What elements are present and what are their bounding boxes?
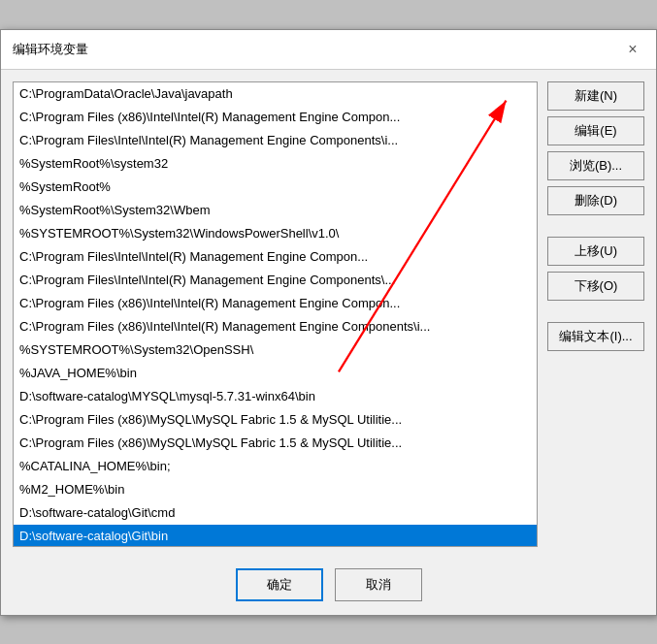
cancel-button[interactable]: 取消 <box>335 568 422 601</box>
list-item[interactable]: %SystemRoot%\System32\Wbem <box>14 199 537 222</box>
browse-button[interactable]: 浏览(B)... <box>547 151 644 180</box>
list-item[interactable]: D:\software-catalog\MYSQL\mysql-5.7.31-w… <box>14 385 537 408</box>
list-item[interactable]: C:\Program Files (x86)\Intel\Intel(R) Ma… <box>14 292 537 315</box>
title-bar: 编辑环境变量 × <box>1 30 656 70</box>
list-item[interactable]: C:\Program Files (x86)\Intel\Intel(R) Ma… <box>14 315 537 338</box>
list-item[interactable]: D:\software-catalog\Git\bin <box>14 525 537 547</box>
env-var-list[interactable]: C:\ProgramData\Oracle\Java\javapathC:\Pr… <box>13 81 538 547</box>
list-item[interactable]: C:\Program Files\Intel\Intel(R) Manageme… <box>14 129 537 152</box>
list-item[interactable]: C:\Program Files\Intel\Intel(R) Manageme… <box>14 269 537 292</box>
dialog-footer: 确定 取消 <box>1 559 656 615</box>
list-item[interactable]: %JAVA_HOME%\bin <box>14 362 537 385</box>
close-button[interactable]: × <box>621 38 644 61</box>
list-item[interactable]: C:\Program Files (x86)\Intel\Intel(R) Ma… <box>14 106 537 129</box>
list-item[interactable]: %SystemRoot%\system32 <box>14 152 537 176</box>
list-item[interactable]: %SYSTEMROOT%\System32\WindowsPowerShell\… <box>14 222 537 245</box>
edit-button[interactable]: 编辑(E) <box>547 116 644 145</box>
list-item[interactable]: %M2_HOME%\bin <box>14 478 537 501</box>
dialog-title: 编辑环境变量 <box>13 41 88 58</box>
delete-button[interactable]: 删除(D) <box>547 186 644 215</box>
move-up-button[interactable]: 上移(U) <box>547 237 644 266</box>
list-item[interactable]: %SYSTEMROOT%\System32\OpenSSH\ <box>14 338 537 362</box>
edit-text-button[interactable]: 编辑文本(I)... <box>547 322 644 351</box>
list-item[interactable]: C:\Program Files (x86)\MySQL\MySQL Fabri… <box>14 408 537 432</box>
dialog-body: C:\ProgramData\Oracle\Java\javapathC:\Pr… <box>1 70 656 559</box>
new-button[interactable]: 新建(N) <box>547 81 644 111</box>
list-item[interactable]: %CATALINA_HOME%\bin; <box>14 455 537 478</box>
list-item[interactable]: D:\software-catalog\Git\cmd <box>14 501 537 525</box>
list-item[interactable]: C:\Program Files (x86)\MySQL\MySQL Fabri… <box>14 432 537 455</box>
list-item[interactable]: C:\ProgramData\Oracle\Java\javapath <box>14 82 537 106</box>
action-buttons: 新建(N) 编辑(E) 浏览(B)... 删除(D) 上移(U) 下移(O) 编… <box>547 81 644 547</box>
list-item[interactable]: %SystemRoot% <box>14 176 537 199</box>
list-item[interactable]: C:\Program Files\Intel\Intel(R) Manageme… <box>14 245 537 269</box>
edit-env-var-dialog: 编辑环境变量 × C:\ProgramData\Oracle\Java\java… <box>0 29 657 616</box>
ok-button[interactable]: 确定 <box>236 568 323 601</box>
move-down-button[interactable]: 下移(O) <box>547 272 644 301</box>
